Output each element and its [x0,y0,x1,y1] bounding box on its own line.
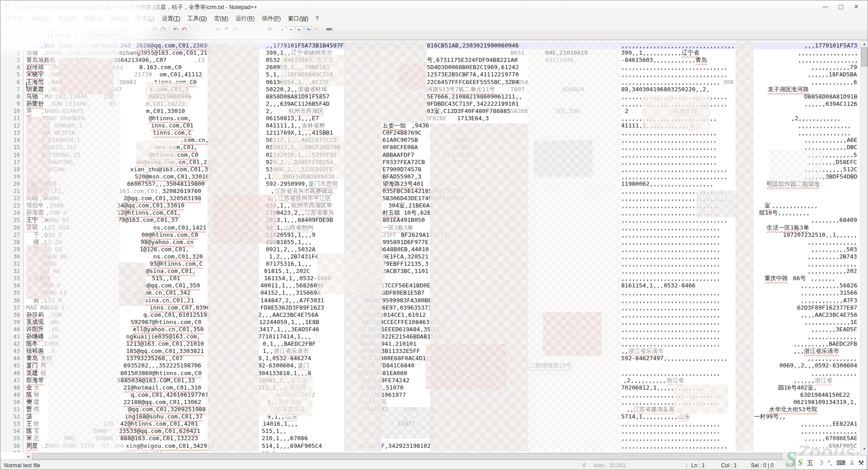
horizontal-scroll-thumb[interactable] [32,453,783,460]
text-fragment: ,,,,,,,,,,,,,,,,,,,,,,,,,,,, [621,311,720,319]
text-fragment: ,,,,,,,,,,,,, [811,370,857,377]
text-fragment: 63D19848150E22 [800,391,850,399]
text-fragment: 79@163.com,C01,37 [118,216,178,224]
text-fragment: 2,,,AAC23BC4E756A [258,311,318,319]
censor-block [59,58,113,94]
censor-block [272,136,344,179]
text-fragment: ,,,,,,,,,,,,,,,,,,,,,,,,,,,, [621,304,720,311]
text-fragment: 308 [723,79,733,86]
line-number: 13 [14,130,20,136]
half-full-moon-icon[interactable]: ☽ [818,460,824,466]
text-fragment: ,,,,,,639AC1126 [804,100,857,108]
text-fragment: ,,,,,,,,,,,,,,,,,,,,,,,,,,,, [621,239,720,246]
notepad-plus-plus-window: C:\Users\Administrator\Desktop\华住旗下酒店开房数… [0,0,868,470]
close-button[interactable]: ✕ [849,0,864,12]
skin-person-icon[interactable] [850,460,854,465]
ime-toolbar[interactable]: S五☽°,⌨⚒ [795,455,867,470]
text-fragment: 厦门 [26,362,38,369]
text-fragment: 浙江省 [815,377,832,384]
text-fragment: 0F88CFE08A [382,144,418,151]
scroll-down-icon[interactable]: ▼ [861,445,868,452]
vertical-scrollbar[interactable]: ▲ ▼ [860,40,868,452]
text-fragment: 30854 [510,79,528,86]
text-fragment: 龙子湖区淮河路 [768,86,809,93]
text-fragment: 吉林省桦 [302,122,325,129]
censor-block [736,41,754,451]
text-fragment: 周星 [26,442,38,450]
line-number: 40 [14,326,20,333]
line-number: 56 [14,443,20,449]
text-fragment: 5D4D3D0068B0EB2C1969,61242 [427,64,519,71]
settings-wrench-icon[interactable]: ⚒ [859,460,864,466]
menu-item-o[interactable]: 工具(O) [184,14,211,24]
scroll-up-icon[interactable]: ▲ [861,40,868,47]
text-fragment: 浙江省乐清市 [274,348,309,355]
wubi-mode-icon[interactable]: 五 [807,460,813,466]
menu-item-w[interactable]: 窗口(W) [284,14,312,24]
soft-keyboard-icon[interactable]: ⌨ [836,460,845,466]
text-fragment: ,, [621,348,628,355]
text-fragment: 安徽省蚌埠 [298,86,327,93]
menu-item-t[interactable]: 设置(T) [158,14,184,24]
punctuation-icon[interactable]: °, [828,460,832,466]
text-fragment: 1,2,,,2B7431F4 [269,253,319,260]
text-fragment: 陈 [26,428,32,435]
censor-block [26,244,50,299]
text-fragment: 千 [33,231,39,239]
text-fragment: 2ACB73BC,1101 [382,268,429,275]
menu-item-r[interactable]: 运行(R) [232,14,258,24]
text-fragment: ,,,,,,,,,,,,6 [811,79,857,86]
text-fragment: 重庆中路 [764,275,788,282]
scroll-left-icon[interactable]: ◄ [24,453,32,460]
text-caret [26,82,27,89]
text-fragment: 42@htinns.com,C01,4201 [120,420,198,428]
text-fragment: ,,,,,,,,,,,,,,,,,,,,,,,,,,,,,,,,,, [621,42,741,49]
text-fragment: ,,,,,,,,,,,,,,,,,,,,,,,,,,,,,, [621,173,727,180]
line-number: 6 [17,79,20,85]
text-fragment: 江苏省宜兴市高塍镇远 [274,188,333,195]
text-fragment: 210,1,,,67086 [262,435,308,442]
text-fragment: 王宁 [26,216,38,224]
text-fragment: 孙海霞 [26,209,44,216]
text-fragment: inns.com,C07,0396 [150,304,210,311]
text-fragment: 12244059,1,,,1E8B [259,319,319,326]
text-fragment: inns.com,C01 [151,122,193,129]
menu-item-[interactable]: ? [312,14,322,23]
text-fragment: 93@htinns.com,C [150,260,203,268]
vertical-scroll-thumb[interactable] [861,47,868,66]
text-fragment: m,C01,33010 [146,108,185,115]
text-fragment: 山东 [678,413,690,420]
line-number: 39 [14,319,20,325]
text-fragment: 号,6731175E324FDF94B8221A0 [427,56,518,64]
maximize-button[interactable]: ▢ [833,0,849,12]
text-fragment: ,,,,,,,,,,,,,1E [804,319,857,326]
text-fragment: 50220,2,, [266,86,297,93]
line-number: 42 [14,341,20,347]
line-number: 19 [14,174,20,180]
text-fragment: 2 [625,108,628,115]
text-fragment: 592-2950999, [266,180,308,188]
text-fragment: ,,,,,,,,,,,,,, [807,239,857,246]
text-fragment: 赵传靖 [26,64,44,71]
text-fragment: ,,,,,,,,,,503 [811,246,857,253]
text-fragment: ,,,,,,,,68409 [811,216,857,224]
text-fragment: 村五组 [382,209,400,216]
text-fragment: ,,,,,,,,,,,,,,,,,,,,,,,,,,,, [621,289,720,296]
censor-block [281,55,344,86]
text-fragment: 杭州市西湖区 [288,108,324,115]
menu-item-p[interactable]: 插件(P) [258,14,284,24]
horizontal-scrollbar[interactable]: ◄ ► [24,452,861,460]
text-fragment: ,,,,,,,,,,,,,,,,,,,,,,,,,,,, [621,333,720,340]
text-fragment: 592987@htinns.com,C0 [131,319,202,326]
text-fragment: 6935202,,,352225198706 [123,362,201,369]
menu-item-m[interactable]: 宏(M) [211,14,232,24]
blur-patch [189,24,298,44]
text-fragment: 马驰 [26,93,38,100]
sogou-logo-icon[interactable]: S [798,458,803,467]
line-number: 24 [14,210,20,216]
text-fragment: 23FF [382,231,396,239]
minimize-button[interactable]: — [818,0,833,12]
line-number: 34 [14,282,20,289]
text-fragment: ,,,,,,,,,,,,,,,,,,,,,,,,,,,, [621,435,720,442]
text-fragment: ,,,,,,,,,,,,,,,,,,,,,,,,,,,, [621,340,720,348]
